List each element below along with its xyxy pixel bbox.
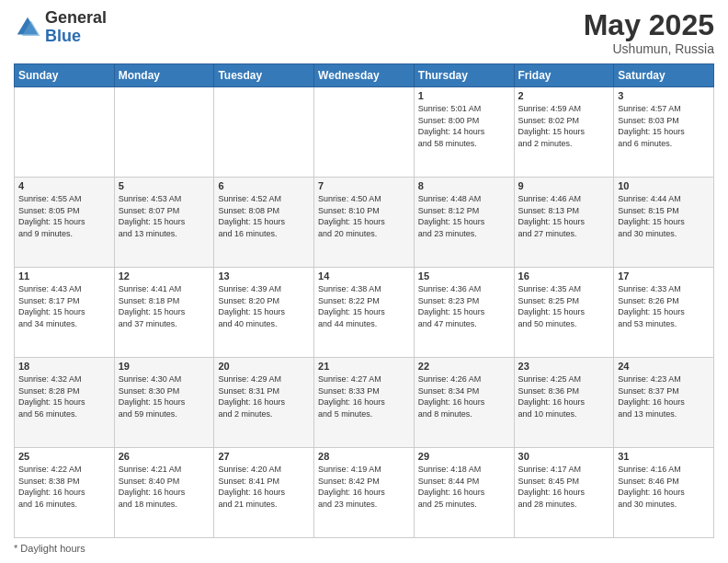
- calendar-cell: 12Sunrise: 4:41 AMSunset: 8:18 PMDayligh…: [114, 268, 214, 358]
- calendar-cell: 28Sunrise: 4:19 AMSunset: 8:42 PMDayligh…: [314, 448, 415, 538]
- calendar-cell: 23Sunrise: 4:25 AMSunset: 8:36 PMDayligh…: [514, 358, 614, 448]
- calendar-cell: 30Sunrise: 4:17 AMSunset: 8:45 PMDayligh…: [514, 448, 614, 538]
- calendar-cell: 24Sunrise: 4:23 AMSunset: 8:37 PMDayligh…: [614, 358, 714, 448]
- calendar-cell: 16Sunrise: 4:35 AMSunset: 8:25 PMDayligh…: [514, 268, 614, 358]
- week-row-5: 25Sunrise: 4:22 AMSunset: 8:38 PMDayligh…: [15, 448, 714, 538]
- day-info: Sunrise: 4:36 AMSunset: 8:23 PMDaylight:…: [418, 283, 510, 329]
- day-info: Sunrise: 4:29 AMSunset: 8:31 PMDaylight:…: [218, 373, 310, 419]
- week-row-2: 4Sunrise: 4:55 AMSunset: 8:05 PMDaylight…: [15, 178, 714, 268]
- day-info: Sunrise: 4:23 AMSunset: 8:37 PMDaylight:…: [618, 373, 710, 419]
- day-info: Sunrise: 4:16 AMSunset: 8:46 PMDaylight:…: [618, 464, 710, 510]
- weekday-header-saturday: Saturday: [614, 64, 714, 87]
- calendar-header: SundayMondayTuesdayWednesdayThursdayFrid…: [15, 64, 714, 87]
- calendar-cell: 15Sunrise: 4:36 AMSunset: 8:23 PMDayligh…: [414, 268, 514, 358]
- day-number: 7: [318, 180, 410, 191]
- month-year: May 2025: [584, 9, 714, 41]
- calendar-cell: 26Sunrise: 4:21 AMSunset: 8:40 PMDayligh…: [114, 448, 214, 538]
- day-number: 20: [218, 361, 310, 372]
- day-info: Sunrise: 4:30 AMSunset: 8:30 PMDaylight:…: [119, 373, 210, 419]
- day-info: Sunrise: 4:32 AMSunset: 8:28 PMDaylight:…: [18, 373, 110, 419]
- calendar-body: 1Sunrise: 5:01 AMSunset: 8:00 PMDaylight…: [15, 87, 714, 538]
- day-info: Sunrise: 4:33 AMSunset: 8:26 PMDaylight:…: [618, 283, 710, 329]
- calendar-cell: 27Sunrise: 4:20 AMSunset: 8:41 PMDayligh…: [214, 448, 314, 538]
- day-number: 12: [119, 270, 210, 282]
- day-number: 9: [518, 180, 610, 191]
- day-number: 4: [18, 180, 110, 191]
- day-number: 2: [518, 90, 610, 101]
- calendar-cell: [314, 87, 415, 178]
- day-number: 26: [119, 451, 210, 462]
- day-info: Sunrise: 4:50 AMSunset: 8:10 PMDaylight:…: [318, 193, 410, 239]
- calendar-cell: [114, 87, 214, 178]
- day-number: 22: [418, 361, 510, 372]
- calendar-cell: 29Sunrise: 4:18 AMSunset: 8:44 PMDayligh…: [414, 448, 514, 538]
- day-number: 30: [518, 451, 610, 462]
- calendar-cell: 5Sunrise: 4:53 AMSunset: 8:07 PMDaylight…: [114, 178, 214, 268]
- day-info: Sunrise: 4:22 AMSunset: 8:38 PMDaylight:…: [18, 464, 110, 510]
- day-info: Sunrise: 4:44 AMSunset: 8:15 PMDaylight:…: [618, 193, 710, 239]
- page: General Blue May 2025 Ushumun, Russia Su…: [0, 0, 728, 563]
- calendar-cell: 10Sunrise: 4:44 AMSunset: 8:15 PMDayligh…: [614, 178, 714, 268]
- calendar-cell: 20Sunrise: 4:29 AMSunset: 8:31 PMDayligh…: [214, 358, 314, 448]
- week-row-3: 11Sunrise: 4:43 AMSunset: 8:17 PMDayligh…: [15, 268, 714, 358]
- day-number: 1: [418, 90, 510, 101]
- day-info: Sunrise: 4:17 AMSunset: 8:45 PMDaylight:…: [518, 464, 610, 510]
- day-info: Sunrise: 4:53 AMSunset: 8:07 PMDaylight:…: [119, 193, 210, 239]
- day-number: 24: [618, 361, 710, 372]
- day-number: 27: [218, 451, 310, 462]
- day-number: 28: [318, 451, 410, 462]
- day-number: 31: [618, 451, 710, 462]
- day-info: Sunrise: 4:46 AMSunset: 8:13 PMDaylight:…: [518, 193, 610, 239]
- day-info: Sunrise: 4:35 AMSunset: 8:25 PMDaylight:…: [518, 283, 610, 329]
- calendar-cell: 2Sunrise: 4:59 AMSunset: 8:02 PMDaylight…: [514, 87, 614, 178]
- calendar-cell: [214, 87, 314, 178]
- calendar-cell: 17Sunrise: 4:33 AMSunset: 8:26 PMDayligh…: [614, 268, 714, 358]
- logo: General Blue: [14, 9, 107, 46]
- weekday-header-sunday: Sunday: [15, 64, 115, 87]
- calendar-cell: 31Sunrise: 4:16 AMSunset: 8:46 PMDayligh…: [614, 448, 714, 538]
- day-info: Sunrise: 4:18 AMSunset: 8:44 PMDaylight:…: [418, 464, 510, 510]
- day-info: Sunrise: 4:48 AMSunset: 8:12 PMDaylight:…: [418, 193, 510, 239]
- day-number: 18: [18, 361, 110, 372]
- calendar-cell: 8Sunrise: 4:48 AMSunset: 8:12 PMDaylight…: [414, 178, 514, 268]
- day-info: Sunrise: 4:21 AMSunset: 8:40 PMDaylight:…: [119, 464, 210, 510]
- logo-general-text: General: [45, 8, 107, 27]
- calendar-cell: 13Sunrise: 4:39 AMSunset: 8:20 PMDayligh…: [214, 268, 314, 358]
- calendar-cell: 21Sunrise: 4:27 AMSunset: 8:33 PMDayligh…: [314, 358, 415, 448]
- day-number: 25: [18, 451, 110, 462]
- day-number: 15: [418, 270, 510, 282]
- day-number: 19: [119, 361, 210, 372]
- calendar-cell: 7Sunrise: 4:50 AMSunset: 8:10 PMDaylight…: [314, 178, 415, 268]
- calendar-cell: [15, 87, 115, 178]
- day-info: Sunrise: 4:43 AMSunset: 8:17 PMDaylight:…: [18, 283, 110, 329]
- calendar-cell: 25Sunrise: 4:22 AMSunset: 8:38 PMDayligh…: [15, 448, 115, 538]
- day-number: 13: [218, 270, 310, 282]
- calendar-cell: 4Sunrise: 4:55 AMSunset: 8:05 PMDaylight…: [15, 178, 115, 268]
- calendar-cell: 18Sunrise: 4:32 AMSunset: 8:28 PMDayligh…: [15, 358, 115, 448]
- day-number: 5: [119, 180, 210, 191]
- logo-text: General Blue: [45, 9, 107, 46]
- weekday-header-wednesday: Wednesday: [314, 64, 415, 87]
- day-number: 10: [618, 180, 710, 191]
- weekday-row: SundayMondayTuesdayWednesdayThursdayFrid…: [15, 64, 714, 87]
- weekday-header-monday: Monday: [114, 64, 214, 87]
- day-number: 11: [18, 270, 110, 282]
- day-number: 23: [518, 361, 610, 372]
- day-info: Sunrise: 4:20 AMSunset: 8:41 PMDaylight:…: [218, 464, 310, 510]
- day-info: Sunrise: 4:41 AMSunset: 8:18 PMDaylight:…: [119, 283, 210, 329]
- calendar-cell: 22Sunrise: 4:26 AMSunset: 8:34 PMDayligh…: [414, 358, 514, 448]
- calendar-cell: 6Sunrise: 4:52 AMSunset: 8:08 PMDaylight…: [214, 178, 314, 268]
- day-info: Sunrise: 4:57 AMSunset: 8:03 PMDaylight:…: [618, 103, 710, 149]
- title-block: May 2025 Ushumun, Russia: [584, 9, 714, 56]
- day-number: 16: [518, 270, 610, 282]
- calendar-cell: 3Sunrise: 4:57 AMSunset: 8:03 PMDaylight…: [614, 87, 714, 178]
- calendar-cell: 11Sunrise: 4:43 AMSunset: 8:17 PMDayligh…: [15, 268, 115, 358]
- calendar-cell: 9Sunrise: 4:46 AMSunset: 8:13 PMDaylight…: [514, 178, 614, 268]
- day-number: 6: [218, 180, 310, 191]
- header: General Blue May 2025 Ushumun, Russia: [14, 9, 714, 56]
- day-info: Sunrise: 4:25 AMSunset: 8:36 PMDaylight:…: [518, 373, 610, 419]
- calendar-cell: 1Sunrise: 5:01 AMSunset: 8:00 PMDaylight…: [414, 87, 514, 178]
- day-info: Sunrise: 4:19 AMSunset: 8:42 PMDaylight:…: [318, 464, 410, 510]
- footer-note: * Daylight hours: [14, 543, 714, 554]
- week-row-4: 18Sunrise: 4:32 AMSunset: 8:28 PMDayligh…: [15, 358, 714, 448]
